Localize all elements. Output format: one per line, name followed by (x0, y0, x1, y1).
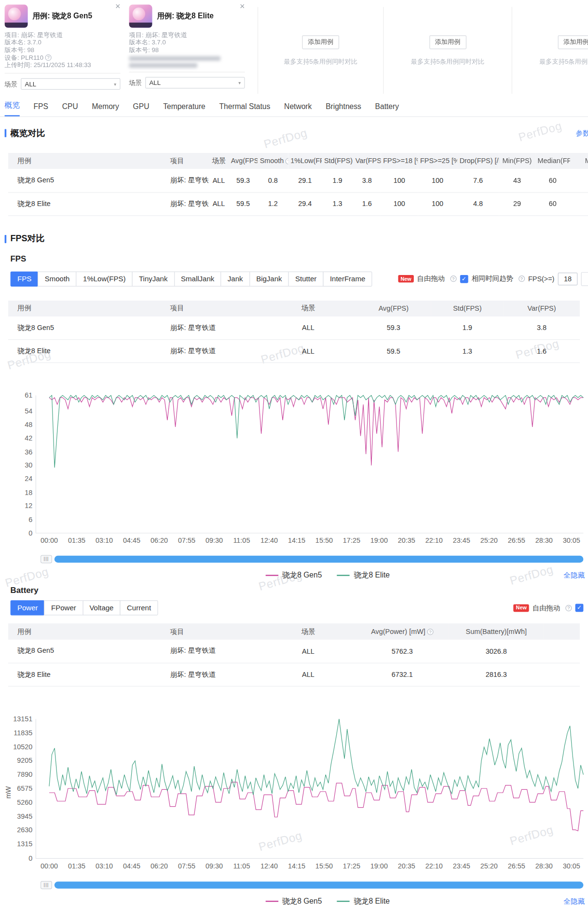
fps-subtab-1pctlow[interactable]: 1%Low(FPS) (76, 271, 133, 286)
column-header: 项目 (168, 153, 209, 169)
info-icon[interactable]: ? (45, 55, 52, 61)
legend-item-gen5[interactable]: 骁龙8 Gen5 (265, 896, 322, 907)
fps-threshold-input[interactable] (558, 273, 578, 285)
fps-chart-scrollbar[interactable]: ||| (41, 555, 583, 564)
y-axis-tick-label: 12 (8, 501, 32, 510)
scrollbar-handle[interactable]: ||| (41, 880, 52, 889)
fps-subtab-jank[interactable]: Jank (220, 271, 249, 286)
fps-subtab-interframe[interactable]: InterFrame (323, 271, 372, 286)
close-icon[interactable]: × (115, 2, 121, 11)
chart-plot-area[interactable] (36, 395, 583, 533)
x-axis-tick-label: 19:00 (365, 862, 393, 870)
free-drag-label: 自由拖动 (417, 274, 445, 284)
x-axis-tick-label: 15:50 (310, 537, 338, 545)
table-cell: 5762.3 (356, 640, 449, 663)
help-icon[interactable]: ? (450, 275, 456, 282)
battery-subtab-voltage[interactable]: Voltage (82, 600, 121, 615)
table-cell: 1.9 (322, 169, 353, 192)
fps-subtab-row: FPS Smooth 1%Low(FPS) TinyJank SmallJank… (11, 271, 584, 286)
y-axis-tick-label: 3945 (8, 812, 32, 821)
legend-item-gen5[interactable]: 骁龙8 Gen5 (265, 570, 322, 581)
scene-select[interactable]: ALL ▾ (145, 77, 245, 89)
battery-subtab-current[interactable]: Current (120, 600, 158, 615)
fps-subtab-fps[interactable]: FPS (11, 271, 39, 286)
chart-plot-area[interactable] (36, 719, 583, 858)
fps-subtab-bigjank[interactable]: BigJank (249, 271, 289, 286)
scene-value: ALL (150, 79, 161, 86)
battery-subtab-power[interactable]: Power (11, 600, 45, 615)
tab-cpu[interactable]: CPU (62, 102, 78, 116)
fps-subtab-tinyjank[interactable]: TinyJank (132, 271, 175, 286)
blurred-upload-info (129, 63, 198, 68)
help-icon[interactable]: ? (519, 275, 525, 282)
help-icon[interactable]: ? (286, 158, 288, 165)
x-axis-tick-label: 25:20 (475, 862, 503, 870)
case-avatar (129, 5, 152, 28)
help-icon[interactable]: ? (565, 605, 572, 611)
legend-item-elite[interactable]: 骁龙8 Elite (337, 570, 390, 581)
fps-subtab-smalljank[interactable]: SmallJank (174, 271, 221, 286)
tab-memory[interactable]: Memory (92, 102, 119, 116)
table-cell: 59.3 (356, 316, 431, 340)
scrollbar-track[interactable] (55, 881, 584, 888)
column-header: Std(FPS) (322, 153, 353, 169)
column-header: 场景 (260, 300, 356, 316)
close-icon[interactable]: × (240, 2, 245, 11)
add-case-button[interactable]: 添加用例 (558, 35, 588, 49)
table-cell: ALL (260, 640, 356, 663)
hide-all-link[interactable]: 全隐藏 (564, 896, 585, 906)
column-header: Var(FPS) (353, 153, 381, 169)
table-cell: 43 (499, 169, 535, 192)
battery-chart: 0131526303945526065757890920510520118351… (8, 714, 584, 876)
divider (129, 72, 245, 72)
battery-trend-checkbox[interactable]: ✓ (575, 604, 584, 612)
column-header: 用例 (8, 300, 168, 316)
table-row: 骁龙8 Gen5崩坏: 星穹铁道ALL5762.33026.8 (8, 640, 580, 663)
column-header: Avg(Power) [mW]? (356, 623, 449, 640)
tab-brightness[interactable]: Brightness (326, 102, 361, 116)
tab-fps[interactable]: FPS (34, 102, 48, 116)
tab-battery[interactable]: Battery (375, 102, 399, 116)
add-case-slot: 添加用例 最多支持5条用例同时对比 (512, 7, 588, 94)
divider (5, 73, 121, 73)
add-case-button[interactable]: 添加用例 (429, 35, 466, 49)
x-axis-tick-label: 28:30 (530, 862, 558, 870)
battery-table: 用例项目场景Avg(Power) [mW]?Sum(Battery)[mWh]骁… (8, 623, 580, 686)
tab-gpu[interactable]: GPU (133, 102, 150, 116)
column-header: 1%Low(FPS) (288, 153, 322, 169)
battery-chart-scrollbar[interactable]: ||| (41, 880, 583, 889)
scrollbar-handle[interactable]: ||| (41, 555, 52, 564)
battery-subtab-fpower[interactable]: FPower (44, 600, 83, 615)
legend-item-elite[interactable]: 骁龙8 Elite (337, 896, 390, 907)
fps-subtab-stutter[interactable]: Stutter (288, 271, 324, 286)
tab-temperature[interactable]: Temperature (163, 102, 205, 116)
scene-select[interactable]: ALL ▾ (21, 78, 120, 90)
column-header: 场景 (209, 153, 229, 169)
table-cell: 100 (381, 192, 418, 215)
column-header: Median(FPS) (535, 153, 570, 169)
table-cell: 3.8 (353, 169, 381, 192)
x-axis-tick-label: 12:40 (255, 537, 283, 545)
y-axis-tick-label: 9205 (8, 756, 32, 765)
table-row: 骁龙8 Gen5崩坏: 星穹铁道ALL59.30.829.11.93.81001… (8, 169, 588, 192)
column-header: Avg(FPS) (229, 153, 258, 169)
case-title: 用例: 骁龙8 Gen5 (32, 11, 92, 22)
tab-thermal-status[interactable]: Thermal Status (219, 102, 271, 116)
tab-network[interactable]: Network (284, 102, 312, 116)
fps-subsection-title: FPS (11, 254, 588, 263)
clipped-control[interactable] (581, 272, 588, 286)
legend-swatch-gen5 (265, 575, 278, 576)
hide-all-link[interactable]: 全隐藏 (564, 571, 585, 580)
scrollbar-track[interactable] (55, 556, 584, 563)
tab-overview[interactable]: 概览 (5, 100, 20, 117)
help-icon[interactable]: ? (427, 629, 433, 635)
table-cell: 骁龙8 Gen5 (8, 316, 168, 340)
same-time-trend-checkbox[interactable]: ✓ (460, 275, 468, 283)
params-link[interactable]: 参数设置 (576, 128, 588, 138)
table-cell (544, 640, 580, 663)
case-card-gen5: × 用例: 骁龙8 Gen5 项目: 崩坏: 星穹铁道 版本名: 3.7.0 版… (5, 5, 121, 90)
table-row: 骁龙8 Elite崩坏: 星穹铁道ALL59.51.31.6 (8, 340, 580, 363)
add-case-button[interactable]: 添加用例 (302, 35, 339, 49)
fps-chart: 0612182430364248546100:0001:3503:1004:45… (8, 391, 584, 548)
fps-subtab-smooth[interactable]: Smooth (38, 271, 76, 286)
